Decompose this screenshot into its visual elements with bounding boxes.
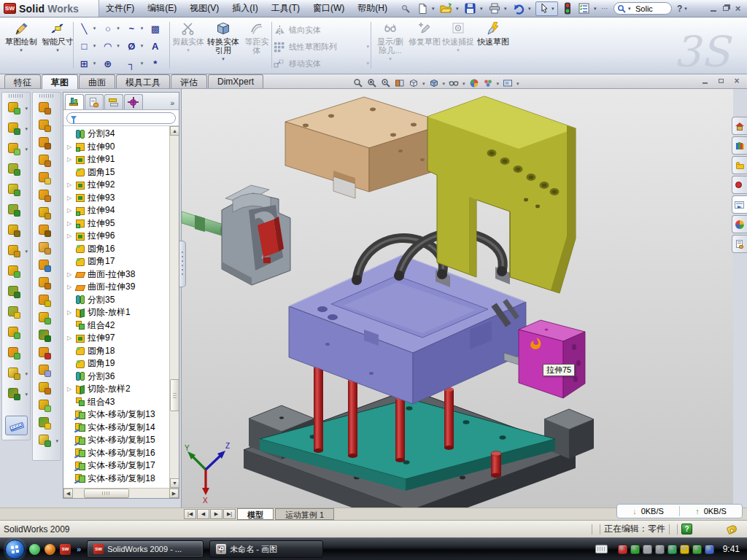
- scroll-thumb[interactable]: [170, 379, 179, 411]
- open-icon[interactable]: [439, 2, 454, 15]
- revolved-boss-dropdown[interactable]: ▾: [25, 126, 28, 132]
- apply-scene-button[interactable]: [483, 78, 493, 90]
- move-dropdown[interactable]: ▾: [366, 61, 369, 66]
- lofted-boss-button[interactable]: [3, 180, 29, 201]
- undo-dropdown[interactable]: ▾: [528, 6, 533, 12]
- panel-splitter-handle[interactable]: [179, 241, 186, 287]
- taskpane-tab-solidworks-resources[interactable]: [732, 117, 747, 135]
- smart-dimension-button[interactable]: 智能尺寸 ▾: [41, 20, 74, 72]
- combine-bodies-button[interactable]: [3, 323, 29, 343]
- repair-sketch-button[interactable]: 修复草图: [409, 20, 441, 72]
- pattern-dropdown[interactable]: ▾: [366, 44, 369, 50]
- shell-button[interactable]: [3, 282, 29, 303]
- sketch-entity-2-1[interactable]: ⊕: [99, 55, 117, 72]
- search-scope-dropdown[interactable]: ▾: [628, 6, 633, 12]
- move-body-button[interactable]: [3, 343, 29, 364]
- trim-entities-button[interactable]: 剪裁实体 ▾: [172, 20, 204, 72]
- taskbar-app-solidworks[interactable]: SW SolidWorks 2009 - ...: [87, 540, 204, 558]
- sketch-entity-dropdown[interactable]: ▾: [141, 26, 147, 31]
- tree-item[interactable]: ▷拉伸95: [66, 217, 179, 230]
- quicklaunch-solidworks-icon[interactable]: SW: [60, 544, 71, 555]
- taskbar-app-paint[interactable]: 未命名 - 画图: [209, 540, 323, 558]
- sketch-entity-dropdown[interactable]: ▾: [117, 43, 123, 49]
- rib-button[interactable]: [3, 262, 29, 282]
- taskpane-tab-custom-properties[interactable]: [732, 235, 747, 253]
- reference-geometry-button[interactable]: ▾: [3, 364, 29, 384]
- new-dropdown[interactable]: ▾: [432, 6, 437, 12]
- sketch-entity-dropdown[interactable]: ▾: [117, 26, 123, 31]
- sketch-tools-dropdown[interactable]: ▾: [55, 438, 58, 444]
- sketch-entity-2-2[interactable]: ┐: [123, 55, 141, 72]
- scroll-down-button[interactable]: ▼: [170, 478, 179, 488]
- window-restore-button[interactable]: [719, 3, 732, 14]
- tree-item[interactable]: ▷拉伸93: [66, 192, 179, 205]
- help-menu[interactable]: ?: [677, 4, 682, 14]
- ribbon-tab-草图[interactable]: 草图: [42, 74, 78, 89]
- boundary-boss-button[interactable]: [3, 201, 29, 221]
- tags-icon[interactable]: [727, 524, 738, 534]
- tray-security-ok-icon[interactable]: [692, 545, 702, 554]
- sketch-entity-1-0[interactable]: □: [75, 38, 93, 55]
- tray-network-warning-icon[interactable]: [680, 545, 689, 554]
- doc-minimize-button[interactable]: [699, 76, 711, 86]
- tray-messenger-icon[interactable]: [667, 545, 677, 554]
- tree-item[interactable]: 圆角16: [66, 243, 179, 256]
- display-delete-relations-button[interactable]: 显示/删除几... ▾: [374, 20, 407, 72]
- sketch-entity-0-2[interactable]: ~: [123, 20, 141, 37]
- doc-tab-nav-1[interactable]: ◀: [197, 509, 209, 519]
- tree-vertical-scrollbar[interactable]: ▲ ▼: [169, 126, 179, 488]
- doc-tab-nav-3[interactable]: ▶|: [223, 509, 236, 519]
- help-dropdown[interactable]: ▾: [684, 6, 689, 12]
- delete-face-button[interactable]: [34, 343, 60, 361]
- fillet-button[interactable]: ▾: [3, 139, 29, 160]
- shut-off-surfaces-button[interactable]: [34, 168, 60, 186]
- print-icon[interactable]: [487, 2, 502, 15]
- options-icon[interactable]: [577, 2, 592, 15]
- view-settings-button[interactable]: [503, 78, 513, 90]
- tree-item[interactable]: ▷切除-放样2: [66, 383, 179, 396]
- tree-item[interactable]: 分割36: [66, 370, 179, 384]
- ribbon-tab-特征[interactable]: 特征: [4, 74, 41, 88]
- apply-scene-dropdown[interactable]: ▾: [497, 81, 500, 87]
- sketch-entity-2-3[interactable]: *: [147, 55, 165, 72]
- tree-item[interactable]: 实体-移动/复制13: [66, 408, 179, 421]
- convert-dropdown[interactable]: ▾: [222, 56, 225, 62]
- split-line-button[interactable]: [34, 98, 60, 116]
- measure-button[interactable]: [5, 416, 28, 435]
- wrap-button[interactable]: [3, 303, 29, 323]
- scroll-up-button[interactable]: ▲: [170, 126, 179, 136]
- tray-volume-icon[interactable]: [655, 545, 665, 554]
- tree-item[interactable]: 分割35: [66, 294, 179, 307]
- magenta-block[interactable]: [519, 320, 585, 398]
- doc-tab-nav-2[interactable]: ▶: [210, 509, 222, 519]
- curves-dropdown[interactable]: ▾: [25, 392, 28, 397]
- offset-entities-button[interactable]: 等距实体: [242, 20, 271, 72]
- draft-button[interactable]: [3, 221, 29, 241]
- select-dropdown[interactable]: ▾: [551, 6, 557, 12]
- menu-文件(F)[interactable]: 文件(F): [99, 0, 141, 17]
- tree-expander[interactable]: ▷: [66, 233, 73, 239]
- tree-expander[interactable]: ▷: [66, 156, 73, 163]
- start-button[interactable]: [5, 540, 25, 559]
- sketch-entity-dropdown[interactable]: ▾: [93, 61, 99, 66]
- quick-tips-icon[interactable]: ?: [681, 524, 692, 534]
- sketch-dropdown[interactable]: ▾: [20, 47, 23, 53]
- sketch-entity-0-1[interactable]: ○: [99, 20, 117, 37]
- taskpane-tab-solidworks-search[interactable]: [732, 176, 747, 194]
- taskpane-tab-appearances[interactable]: [732, 215, 747, 233]
- mirror-entities-button[interactable]: 镜向实体: [273, 21, 369, 39]
- taskpane-tab-file-explorer[interactable]: [732, 156, 747, 174]
- parting-lines-button[interactable]: [34, 151, 60, 168]
- quick-snaps-button[interactable]: 快速捕捉 ▾: [442, 20, 474, 72]
- hide-show-items-button[interactable]: [449, 78, 459, 90]
- tree-item[interactable]: ▷拉伸96: [66, 230, 179, 243]
- rebuild-traffic-light-icon[interactable]: [560, 2, 575, 15]
- extend-surface-button[interactable]: [34, 361, 60, 378]
- sketch-entity-2-0[interactable]: ⊞: [75, 55, 93, 72]
- edit-appearance-button[interactable]: [469, 78, 479, 90]
- fillet-surface-button[interactable]: [34, 396, 60, 413]
- draft-analysis-button[interactable]: [34, 116, 60, 133]
- new-document-icon[interactable]: [415, 2, 430, 15]
- tree-item[interactable]: ▷拉伸90: [66, 141, 179, 154]
- save-icon[interactable]: [463, 2, 478, 15]
